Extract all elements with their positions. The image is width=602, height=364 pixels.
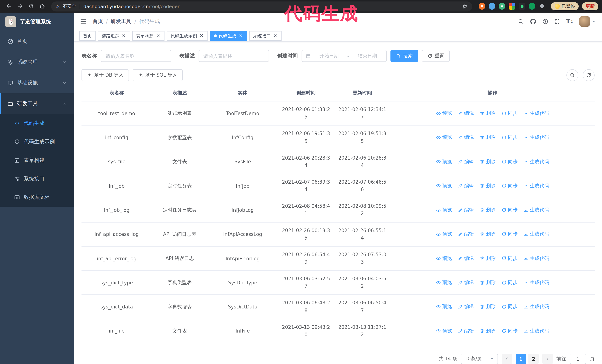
delete-action[interactable]: 删除 — [480, 279, 496, 286]
preview-action[interactable]: 预览 — [436, 279, 452, 286]
sidebar-item-dev-tools[interactable]: 研发工具 — [0, 93, 74, 114]
breadcrumb-dev-tools[interactable]: 研发工具 — [111, 18, 131, 25]
edit-action[interactable]: 编辑 — [458, 303, 474, 310]
tab-close-icon[interactable]: × — [156, 33, 161, 39]
sync-action[interactable]: 同步 — [502, 231, 517, 238]
extension-icon[interactable] — [479, 3, 485, 10]
page-size-select[interactable]: 10条/页 — [461, 354, 498, 364]
extension-icon[interactable] — [499, 3, 505, 10]
generate-code-action[interactable]: 生成代码 — [524, 158, 549, 165]
preview-action[interactable]: 预览 — [436, 303, 452, 310]
sidebar-toggle-icon[interactable] — [80, 18, 87, 25]
delete-action[interactable]: 删除 — [480, 207, 496, 213]
sync-action[interactable]: 同步 — [502, 158, 517, 165]
import-db-button[interactable]: 基于 DB 导入 — [82, 69, 129, 81]
import-sql-button[interactable]: 基于 SQL 导入 — [133, 69, 183, 81]
generate-code-action[interactable]: 生成代码 — [524, 110, 549, 117]
preview-action[interactable]: 预览 — [436, 328, 452, 334]
sync-action[interactable]: 同步 — [502, 303, 517, 310]
sidebar-item-home[interactable]: 首页 — [0, 31, 74, 52]
delete-action[interactable]: 删除 — [480, 255, 496, 262]
reset-button[interactable]: 重置 — [422, 50, 450, 62]
edit-action[interactable]: 编辑 — [458, 158, 474, 165]
sync-action[interactable]: 同步 — [502, 255, 517, 262]
profile-paused-badge[interactable]: 已暂停 — [551, 2, 579, 10]
edit-action[interactable]: 编辑 — [458, 231, 474, 238]
preview-action[interactable]: 预览 — [436, 231, 452, 238]
user-avatar[interactable] — [580, 16, 596, 27]
tab[interactable]: 链路追踪 × — [98, 31, 130, 41]
extension-icon[interactable] — [509, 3, 515, 10]
sync-action[interactable]: 同步 — [502, 328, 517, 334]
edit-action[interactable]: 编辑 — [458, 134, 474, 141]
tab[interactable]: 系统接口 × — [249, 31, 281, 41]
delete-action[interactable]: 删除 — [480, 134, 496, 141]
browser-update-button[interactable]: 更新 — [582, 2, 598, 10]
fullscreen-icon[interactable] — [554, 19, 560, 24]
help-icon[interactable] — [543, 19, 548, 24]
browser-reload-button[interactable] — [26, 1, 36, 11]
next-page-button[interactable] — [542, 354, 553, 364]
sidebar-item-system-api[interactable]: 系统接口 — [0, 170, 74, 188]
edit-action[interactable]: 编辑 — [458, 110, 474, 117]
tab-close-icon[interactable]: × — [238, 33, 243, 39]
delete-action[interactable]: 删除 — [480, 110, 496, 117]
preview-action[interactable]: 预览 — [436, 255, 452, 262]
sync-action[interactable]: 同步 — [502, 183, 517, 189]
sync-action[interactable]: 同步 — [502, 207, 517, 213]
browser-home-button[interactable] — [37, 1, 47, 11]
tab-close-icon[interactable]: × — [199, 33, 204, 39]
delete-action[interactable]: 删除 — [480, 303, 496, 310]
prev-page-button[interactable] — [502, 354, 512, 364]
preview-action[interactable]: 预览 — [436, 207, 452, 213]
tab[interactable]: 代码生成示例 × — [167, 31, 208, 41]
extension-icon[interactable] — [519, 3, 525, 10]
header-search-icon[interactable] — [518, 19, 524, 24]
tab-close-icon[interactable]: × — [121, 33, 126, 39]
sidebar-item-db-doc[interactable]: 数据库文档 — [0, 188, 74, 207]
date-range-picker[interactable]: 开始日期 - 结束日期 — [301, 50, 387, 62]
browser-back-button[interactable] — [4, 1, 14, 11]
edit-action[interactable]: 编辑 — [458, 328, 474, 334]
sync-action[interactable]: 同步 — [502, 279, 517, 286]
tab[interactable]: 表单构建 × — [132, 31, 164, 41]
browser-forward-button[interactable] — [15, 1, 25, 11]
edit-action[interactable]: 编辑 — [458, 279, 474, 286]
delete-action[interactable]: 删除 — [480, 183, 496, 189]
breadcrumb-home[interactable]: 首页 — [93, 18, 103, 25]
edit-action[interactable]: 编辑 — [458, 255, 474, 262]
generate-code-action[interactable]: 生成代码 — [524, 183, 549, 189]
sidebar-item-infrastructure[interactable]: 基础设施 — [0, 73, 74, 93]
page-button[interactable]: 2 — [528, 354, 539, 364]
preview-action[interactable]: 预览 — [436, 158, 452, 165]
generate-code-action[interactable]: 生成代码 — [524, 279, 549, 286]
extension-icon[interactable] — [529, 3, 535, 10]
delete-action[interactable]: 删除 — [480, 158, 496, 165]
github-icon[interactable] — [530, 18, 537, 25]
security-label[interactable]: 不安全 — [62, 3, 76, 10]
preview-action[interactable]: 预览 — [436, 110, 452, 117]
delete-action[interactable]: 删除 — [480, 231, 496, 238]
table-name-input[interactable] — [101, 50, 171, 62]
sync-action[interactable]: 同步 — [502, 110, 517, 117]
bookmark-star-icon[interactable] — [462, 3, 468, 9]
extension-icon[interactable] — [489, 3, 495, 10]
tab[interactable]: 首页 — [79, 31, 96, 41]
tab[interactable]: 代码生成 × — [210, 31, 247, 41]
generate-code-action[interactable]: 生成代码 — [524, 231, 549, 238]
refresh-table-button[interactable] — [583, 69, 595, 81]
sidebar-item-form-builder[interactable]: 表单构建 — [0, 151, 74, 170]
address-bar[interactable]: ⚠ 不安全 dashboard.yudao.iocoder.cn/tool/co… — [51, 1, 472, 11]
generate-code-action[interactable]: 生成代码 — [524, 207, 549, 213]
edit-action[interactable]: 编辑 — [458, 183, 474, 189]
search-button[interactable]: 搜索 — [390, 50, 418, 62]
table-desc-input[interactable] — [199, 50, 269, 62]
font-size-icon[interactable]: T↕ — [566, 18, 573, 25]
preview-action[interactable]: 预览 — [436, 183, 452, 189]
date-end-placeholder[interactable]: 结束日期 — [352, 52, 383, 59]
app-logo[interactable]: 芋道管理系统 — [0, 13, 74, 31]
toggle-search-button[interactable] — [566, 69, 578, 81]
extensions-puzzle-icon[interactable] — [539, 3, 545, 10]
sidebar-item-codegen[interactable]: 代码生成 — [0, 114, 74, 133]
date-start-placeholder[interactable]: 开始日期 — [314, 52, 344, 59]
